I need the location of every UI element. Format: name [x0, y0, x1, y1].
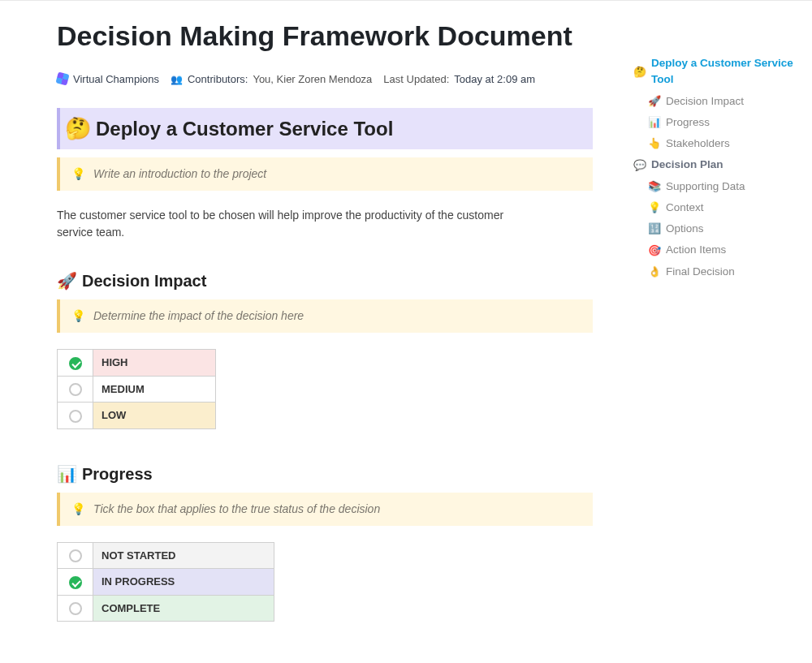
radio-icon[interactable] [69, 602, 82, 615]
outline-item[interactable]: 📊Progress [633, 112, 797, 133]
outline-item[interactable]: 💡Context [633, 197, 797, 218]
progress-row: NOT STARTED [58, 542, 274, 569]
outline-item-icon: 🚀 [648, 93, 661, 110]
outline-item-icon: 📚 [648, 179, 661, 195]
section-banner-deploy: 🤔 Deploy a Customer Service Tool [57, 108, 593, 149]
impact-row: HIGH [58, 350, 216, 377]
outline-item-label: Stakeholders [666, 136, 730, 152]
impact-heading: Decision Impact [82, 269, 206, 293]
lightbulb-icon: 💡 [71, 501, 85, 518]
outline-item-label: Options [666, 221, 704, 237]
updated-value: Today at 2:09 am [454, 71, 535, 88]
people-icon [171, 71, 183, 88]
outline-sidebar: 🤔Deploy a Customer Service Tool🚀Decision… [625, 12, 812, 663]
lightbulb-icon: 💡 [71, 308, 85, 325]
outline-item-icon: 🎯 [648, 243, 661, 259]
impact-checkbox-cell[interactable] [58, 403, 93, 429]
progress-heading: Progress [82, 462, 153, 486]
outline-item-icon: 💬 [633, 157, 646, 174]
progress-checkbox-cell[interactable] [58, 569, 93, 596]
outline-item-label: Supporting Data [666, 179, 745, 195]
workspace-icon [55, 72, 69, 86]
updated-label: Last Updated: [383, 71, 449, 88]
workspace-chip[interactable]: Virtual Champions [57, 71, 159, 88]
progress-tip-text: Tick the box that applies to the true st… [93, 501, 380, 518]
page-root: Decision Making Framework Document Virtu… [0, 0, 812, 663]
section-banner-heading: Deploy a Customer Service Tool [96, 114, 393, 144]
meta-row: Virtual Champions Contributors: You, Kie… [57, 71, 593, 88]
outline-item-label: Decision Impact [666, 93, 744, 110]
outline-item[interactable]: 👆Stakeholders [633, 133, 797, 154]
impact-table: HIGHMEDIUMLOW [57, 349, 216, 429]
outline-item-icon: 🔢 [648, 221, 661, 237]
check-circle-icon[interactable] [69, 357, 82, 370]
impact-label-cell: LOW [93, 403, 216, 429]
progress-checkbox-cell[interactable] [58, 595, 93, 622]
section-head-progress: 📊 Progress [57, 462, 593, 486]
intro-body-text: The customer service tool to be chosen w… [57, 207, 528, 241]
outline-item-icon: 📊 [648, 114, 661, 131]
progress-label-cell: IN PROGRESS [93, 569, 274, 596]
progress-table: NOT STARTEDIN PROGRESSCOMPLETE [57, 542, 274, 622]
thinking-face-icon: 🤔 [65, 113, 91, 144]
progress-tip-callout: 💡 Tick the box that applies to the true … [57, 493, 593, 526]
contributors-value: You, Kier Zoren Mendoza [253, 71, 372, 88]
outline-item-label: Decision Plan [651, 157, 723, 173]
impact-label-cell: HIGH [93, 350, 216, 377]
intro-tip-text: Write an introduction to the project [93, 166, 266, 183]
outline-item-label: Final Decision [666, 264, 735, 280]
outline-item[interactable]: 📚Supporting Data [633, 176, 797, 197]
main-column: Decision Making Framework Document Virtu… [0, 12, 625, 663]
outline-item[interactable]: 🔢Options [633, 218, 797, 239]
lightbulb-icon: 💡 [71, 166, 85, 183]
radio-icon[interactable] [69, 383, 82, 396]
section-head-impact: 🚀 Decision Impact [57, 269, 593, 293]
radio-icon[interactable] [69, 410, 82, 423]
outline-item[interactable]: 👌Final Decision [633, 261, 797, 282]
impact-tip-callout: 💡 Determine the impact of the decision h… [57, 299, 593, 333]
impact-checkbox-cell[interactable] [58, 376, 93, 403]
outline-item-icon: 🤔 [633, 64, 646, 80]
progress-row: IN PROGRESS [58, 569, 274, 596]
progress-checkbox-cell[interactable] [58, 542, 93, 569]
impact-label-cell: MEDIUM [93, 376, 216, 403]
outline-item[interactable]: 💬Decision Plan [633, 154, 797, 175]
contributors-label: Contributors: [188, 71, 248, 88]
outline-item[interactable]: 🤔Deploy a Customer Service Tool [633, 53, 797, 91]
impact-tip-text: Determine the impact of the decision her… [93, 308, 304, 325]
outline-item-icon: 👌 [648, 264, 661, 280]
outline-item[interactable]: 🎯Action Items [633, 239, 797, 260]
impact-row: LOW [58, 403, 216, 429]
last-updated-chip: Last Updated: Today at 2:09 am [383, 71, 535, 88]
progress-label-cell: NOT STARTED [93, 542, 274, 569]
progress-row: COMPLETE [58, 595, 274, 622]
outline-item-label: Context [666, 200, 704, 216]
contributors-chip[interactable]: Contributors: You, Kier Zoren Mendoza [171, 71, 372, 88]
intro-tip-callout: 💡 Write an introduction to the project [57, 157, 593, 191]
outline-item-icon: 💡 [648, 200, 661, 216]
outline-item-label: Progress [666, 114, 710, 131]
outline-item[interactable]: 🚀Decision Impact [633, 91, 797, 112]
workspace-name: Virtual Champions [73, 71, 159, 88]
page-title: Decision Making Framework Document [57, 19, 593, 54]
outline-item-icon: 👆 [648, 136, 661, 152]
bar-chart-icon: 📊 [57, 462, 77, 486]
outline-item-label: Deploy a Customer Service Tool [651, 55, 797, 88]
impact-checkbox-cell[interactable] [58, 350, 93, 377]
outline-item-label: Action Items [666, 242, 726, 258]
rocket-icon: 🚀 [57, 269, 77, 293]
progress-label-cell: COMPLETE [93, 595, 274, 622]
impact-row: MEDIUM [58, 376, 216, 403]
radio-icon[interactable] [69, 549, 82, 562]
check-circle-icon[interactable] [69, 576, 82, 589]
